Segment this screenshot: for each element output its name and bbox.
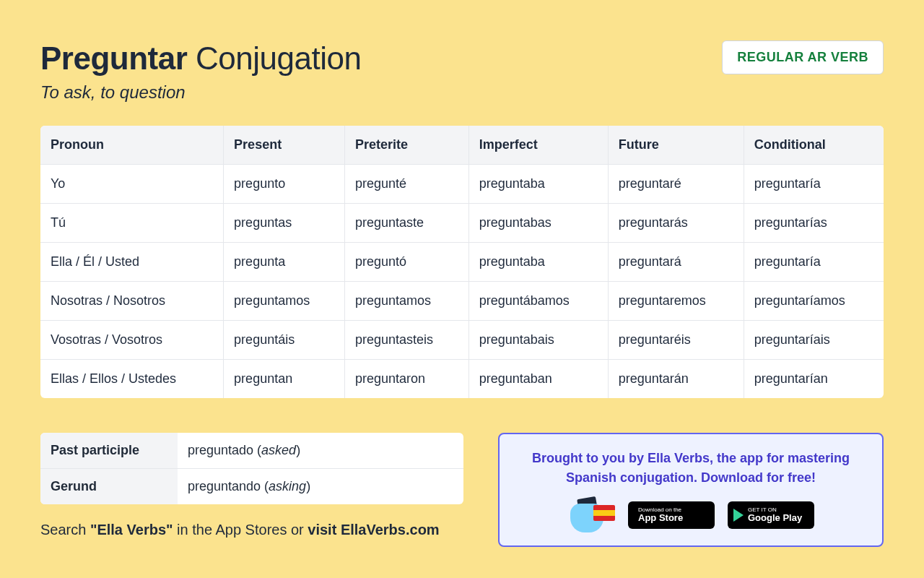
pronoun-cell: Ella / Él / Usted	[40, 243, 223, 282]
conjugation-cell: preguntaría	[744, 243, 884, 282]
title-suffix: Conjugation	[196, 40, 361, 76]
conjugation-cell: preguntaréis	[608, 321, 744, 360]
promo-text: Brought to you by Ella Verbs, the app fo…	[517, 449, 865, 488]
conjugation-cell: preguntas	[223, 204, 344, 243]
conjugation-cell: pregunto	[223, 165, 344, 204]
column-header: Conditional	[744, 126, 884, 165]
column-header: Imperfect	[468, 126, 608, 165]
page-title: Preguntar Conjugation	[40, 40, 361, 77]
conjugation-cell: preguntará	[608, 243, 744, 282]
conjugation-cell: preguntábamos	[468, 282, 608, 321]
conjugation-cell: preguntamos	[223, 282, 344, 321]
table-row: Nosotras / Nosotrospreguntamospreguntamo…	[40, 282, 884, 321]
column-header: Future	[608, 126, 744, 165]
column-header: Preterite	[344, 126, 468, 165]
conjugation-table: PronounPresentPreteriteImperfectFutureCo…	[40, 126, 884, 398]
mascot-icon	[567, 498, 615, 532]
search-instruction: Search "Ella Verbs" in the App Stores or…	[40, 522, 463, 538]
conjugation-cell: preguntaría	[744, 165, 884, 204]
conjugation-cell: preguntarían	[744, 360, 884, 398]
pronoun-cell: Tú	[40, 204, 223, 243]
conjugation-cell: preguntaremos	[608, 282, 744, 321]
column-header: Pronoun	[40, 126, 223, 165]
conjugation-cell: preguntaríamos	[744, 282, 884, 321]
conjugation-cell: preguntaríais	[744, 321, 884, 360]
conjugation-cell: preguntarías	[744, 204, 884, 243]
conjugation-cell: preguntabas	[468, 204, 608, 243]
past-participle-label: Past participle	[40, 433, 178, 469]
pronoun-cell: Yo	[40, 165, 223, 204]
pronoun-cell: Ellas / Ellos / Ustedes	[40, 360, 223, 398]
verb-name: Preguntar	[40, 40, 187, 76]
verb-type-badge: REGULAR AR VERB	[722, 40, 884, 74]
app-store-button[interactable]: Download on the App Store	[628, 501, 715, 529]
conjugation-cell: preguntabais	[468, 321, 608, 360]
table-row: Vosotras / Vosotrospreguntáispreguntaste…	[40, 321, 884, 360]
promo-card: Brought to you by Ella Verbs, the app fo…	[498, 433, 884, 547]
conjugation-cell: preguntasteis	[344, 321, 468, 360]
gerund-value: preguntando (asking)	[178, 469, 463, 504]
table-row: Túpreguntaspreguntastepreguntabaspregunt…	[40, 204, 884, 243]
conjugation-cell: pregunté	[344, 165, 468, 204]
conjugation-cell: preguntaban	[468, 360, 608, 398]
google-play-icon	[733, 509, 744, 522]
gerund-label: Gerund	[40, 469, 178, 504]
pronoun-cell: Nosotras / Nosotros	[40, 282, 223, 321]
conjugation-cell: pregunta	[223, 243, 344, 282]
past-participle-value: preguntado (asked)	[178, 433, 463, 469]
conjugation-cell: preguntaron	[344, 360, 468, 398]
verb-translation: To ask, to question	[40, 82, 361, 103]
conjugation-cell: preguntáis	[223, 321, 344, 360]
conjugation-cell: preguntarás	[608, 204, 744, 243]
conjugation-cell: preguntaste	[344, 204, 468, 243]
conjugation-cell: preguntó	[344, 243, 468, 282]
table-row: Ellas / Ellos / Ustedespreguntanpregunta…	[40, 360, 884, 398]
conjugation-cell: preguntamos	[344, 282, 468, 321]
conjugation-cell: preguntaba	[468, 165, 608, 204]
pronoun-cell: Vosotras / Vosotros	[40, 321, 223, 360]
conjugation-cell: preguntarán	[608, 360, 744, 398]
conjugation-cell: preguntaré	[608, 165, 744, 204]
extra-forms-table: Past participle preguntado (asked) Gerun…	[40, 433, 463, 504]
conjugation-cell: preguntaba	[468, 243, 608, 282]
conjugation-cell: preguntan	[223, 360, 344, 398]
column-header: Present	[223, 126, 344, 165]
table-row: Ella / Él / Ustedpreguntapreguntópregunt…	[40, 243, 884, 282]
google-play-button[interactable]: GET IT ON Google Play	[728, 501, 814, 529]
table-row: Yopreguntopreguntépreguntabapreguntarépr…	[40, 165, 884, 204]
